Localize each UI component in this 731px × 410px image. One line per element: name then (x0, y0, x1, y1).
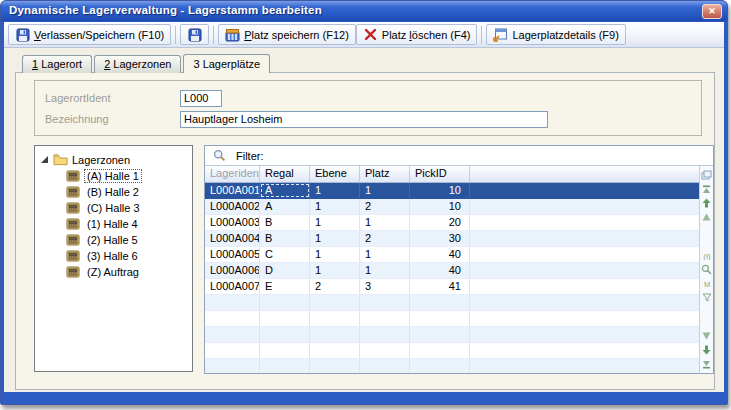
table-cell[interactable]: 2 (360, 231, 410, 246)
table-cell[interactable] (260, 311, 310, 326)
table-cell[interactable]: B (260, 215, 310, 230)
table-cell[interactable]: 30 (410, 231, 470, 246)
table-cell[interactable] (310, 343, 360, 358)
table-row[interactable]: L000A005C1140 (205, 247, 699, 263)
table-cell[interactable]: L000A006 (205, 263, 260, 278)
table-cell[interactable] (410, 327, 470, 342)
table-cell[interactable]: 1 (360, 263, 410, 278)
tab-2-lagerzonen[interactable]: 2 Lagerzonen (94, 55, 181, 73)
table-cell[interactable]: 2 (310, 279, 360, 294)
table-cell[interactable] (260, 295, 310, 310)
bezeichnung-input[interactable] (180, 111, 548, 128)
table-row-empty[interactable] (205, 295, 699, 311)
table-cell[interactable] (470, 199, 699, 214)
lagerortident-input[interactable] (180, 90, 222, 107)
table-cell[interactable] (310, 295, 360, 310)
table-cell[interactable] (470, 327, 699, 342)
first-row-icon[interactable] (701, 183, 713, 195)
column-header-lagerident[interactable]: Lagerident (205, 166, 260, 182)
table-cell[interactable] (205, 343, 260, 358)
table-cell[interactable]: A (260, 199, 310, 214)
table-cell[interactable] (410, 343, 470, 358)
table-row-empty[interactable] (205, 327, 699, 343)
toolbar-button-save-disk-icon[interactable] (180, 24, 209, 45)
tab-3-lagerplätze[interactable]: 3 Lagerplätze (183, 54, 270, 73)
table-cell[interactable]: 1 (310, 263, 360, 278)
table-cell[interactable]: L000A001 (205, 183, 260, 198)
table-cell[interactable] (360, 327, 410, 342)
table-row-empty[interactable] (205, 311, 699, 327)
table-cell[interactable]: L000A005 (205, 247, 260, 262)
table-cell[interactable]: D (260, 263, 310, 278)
table-row-empty[interactable] (205, 343, 699, 359)
table-cell[interactable] (260, 327, 310, 342)
column-header-platz[interactable]: Platz (360, 166, 410, 182)
table-row[interactable]: L000A007E2341 (205, 279, 699, 295)
table-cell[interactable]: 1 (310, 183, 360, 198)
table-cell[interactable] (205, 359, 260, 373)
table-row-empty[interactable] (205, 359, 699, 373)
search-row-icon[interactable] (701, 264, 713, 276)
last-row-icon[interactable] (701, 358, 713, 370)
table-cell[interactable] (205, 327, 260, 342)
column-header-pickid[interactable]: PickID (410, 166, 470, 182)
table-cell[interactable]: 1 (360, 215, 410, 230)
table-cell[interactable]: 1 (360, 183, 410, 198)
table-cell[interactable]: 1 (310, 247, 360, 262)
table-cell[interactable] (470, 231, 699, 246)
table-cell[interactable] (360, 343, 410, 358)
table-cell[interactable] (410, 359, 470, 373)
grid-filter-bar[interactable]: Filter: (205, 146, 713, 166)
table-cell[interactable] (470, 263, 699, 278)
table-cell[interactable] (470, 215, 699, 230)
next-row-icon[interactable] (701, 344, 713, 356)
table-cell[interactable] (410, 295, 470, 310)
column-header-ebene[interactable]: Ebene (310, 166, 360, 182)
titlebar[interactable]: Dynamische Lagerverwaltung - Lagerstamm … (1, 1, 727, 22)
table-cell[interactable]: 41 (410, 279, 470, 294)
table-cell[interactable] (310, 311, 360, 326)
table-row[interactable]: L000A003B1120 (205, 215, 699, 231)
record-indicator-icon[interactable]: (I) (701, 250, 713, 262)
table-cell[interactable]: 20 (410, 215, 470, 230)
table-cell[interactable]: A (260, 183, 310, 198)
table-cell[interactable]: B (260, 231, 310, 246)
page-down-icon[interactable] (701, 330, 713, 342)
table-cell[interactable]: 40 (410, 247, 470, 262)
tree-item-c-halle-3[interactable]: (C) Halle 3 (35, 200, 192, 216)
tree-root-lagerzonen[interactable]: Lagerzonen (35, 151, 192, 168)
table-cell[interactable]: L000A003 (205, 215, 260, 230)
table-cell[interactable]: 1 (310, 215, 360, 230)
table-cell[interactable] (410, 311, 470, 326)
toolbar-button-platz-l-schen-f4[interactable]: Platz löschen (F4) (356, 24, 478, 45)
table-cell[interactable] (470, 311, 699, 326)
table-cell[interactable] (470, 295, 699, 310)
table-cell[interactable]: 40 (410, 263, 470, 278)
table-cell[interactable]: 3 (360, 279, 410, 294)
table-cell[interactable]: L000A002 (205, 199, 260, 214)
tree-item-b-halle-2[interactable]: (B) Halle 2 (35, 184, 192, 200)
table-cell[interactable] (360, 359, 410, 373)
close-button[interactable]: ✕ (702, 4, 722, 19)
tree-item-1-halle-4[interactable]: (1) Halle 4 (35, 216, 192, 232)
table-cell[interactable] (470, 183, 699, 198)
tree-item-a-halle-1[interactable]: (A) Halle 1 (35, 168, 192, 184)
table-cell[interactable] (260, 359, 310, 373)
table-row[interactable]: L000A001A1110 (205, 183, 699, 199)
toolbar-button-lagerplatzdetails-f9[interactable]: Lagerplatzdetails (F9) (486, 24, 625, 45)
column-header-regal[interactable]: Regal (260, 166, 310, 182)
table-cell[interactable]: 1 (360, 247, 410, 262)
toolbar-button-verlassen-speichern-f10[interactable]: Verlassen/Speichern (F10) (8, 24, 171, 45)
table-row[interactable]: L000A006D1140 (205, 263, 699, 279)
table-cell[interactable]: L000A007 (205, 279, 260, 294)
table-cell[interactable]: L000A004 (205, 231, 260, 246)
table-cell[interactable] (360, 311, 410, 326)
tab-1-lagerort[interactable]: 1 Lagerort (22, 55, 92, 73)
column-chooser-icon[interactable] (701, 169, 713, 181)
table-cell[interactable]: C (260, 247, 310, 262)
table-cell[interactable] (470, 343, 699, 358)
table-cell[interactable] (205, 295, 260, 310)
tree-item-3-halle-6[interactable]: (3) Halle 6 (35, 248, 192, 264)
table-cell[interactable] (310, 359, 360, 373)
table-cell[interactable] (470, 247, 699, 262)
